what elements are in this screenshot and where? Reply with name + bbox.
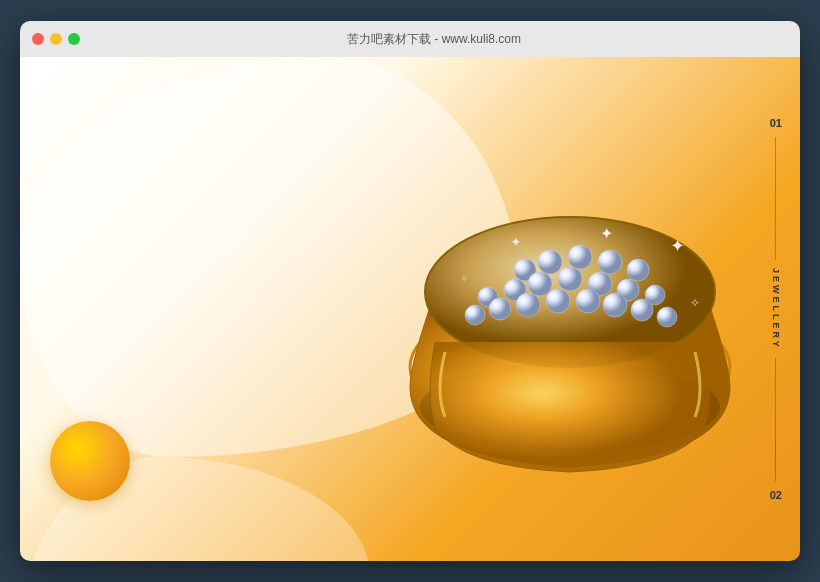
svg-text:✧: ✧ xyxy=(690,296,700,310)
svg-point-19 xyxy=(603,293,627,317)
svg-point-18 xyxy=(576,289,600,313)
browser-title: 苦力吧素材下载 - www.kuli8.com xyxy=(80,31,788,48)
svg-point-3 xyxy=(568,245,592,269)
maximize-button[interactable] xyxy=(68,33,80,45)
svg-point-20 xyxy=(631,299,653,321)
svg-point-2 xyxy=(538,250,562,274)
svg-text:✦: ✦ xyxy=(600,225,613,242)
svg-point-15 xyxy=(489,298,511,320)
side-nav-label: JEWELLERY xyxy=(771,268,781,350)
svg-text:✧: ✧ xyxy=(460,273,468,284)
webpage: ◉ LODGE Home About Jewellery Contact us … xyxy=(20,57,800,561)
svg-point-14 xyxy=(465,305,485,325)
golden-orb xyxy=(50,421,130,501)
window-controls xyxy=(32,33,80,45)
browser-window: 苦力吧素材下载 - www.kuli8.com ◉ LODGE Home Abo… xyxy=(20,21,800,561)
svg-point-8 xyxy=(528,272,552,296)
ring-illustration: ✦ ✦ ✧ ✧ ✦ xyxy=(380,107,760,487)
svg-point-6 xyxy=(627,259,649,281)
close-button[interactable] xyxy=(32,33,44,45)
svg-text:✦: ✦ xyxy=(670,236,685,256)
side-navigation: 01 JEWELLERY 02 xyxy=(770,57,782,561)
minimize-button[interactable] xyxy=(50,33,62,45)
ring-svg: ✦ ✦ ✧ ✧ ✦ xyxy=(380,107,760,487)
side-nav-bottom-number: 02 xyxy=(770,489,782,501)
side-nav-line-top xyxy=(775,137,776,260)
svg-point-9 xyxy=(558,267,582,291)
side-nav-top-number: 01 xyxy=(770,117,782,129)
svg-point-16 xyxy=(516,293,540,317)
svg-point-17 xyxy=(546,289,570,313)
svg-text:✦: ✦ xyxy=(510,234,522,250)
title-bar: 苦力吧素材下载 - www.kuli8.com xyxy=(20,21,800,57)
side-nav-line-bottom xyxy=(775,358,776,481)
svg-point-4 xyxy=(598,250,622,274)
svg-point-21 xyxy=(657,307,677,327)
